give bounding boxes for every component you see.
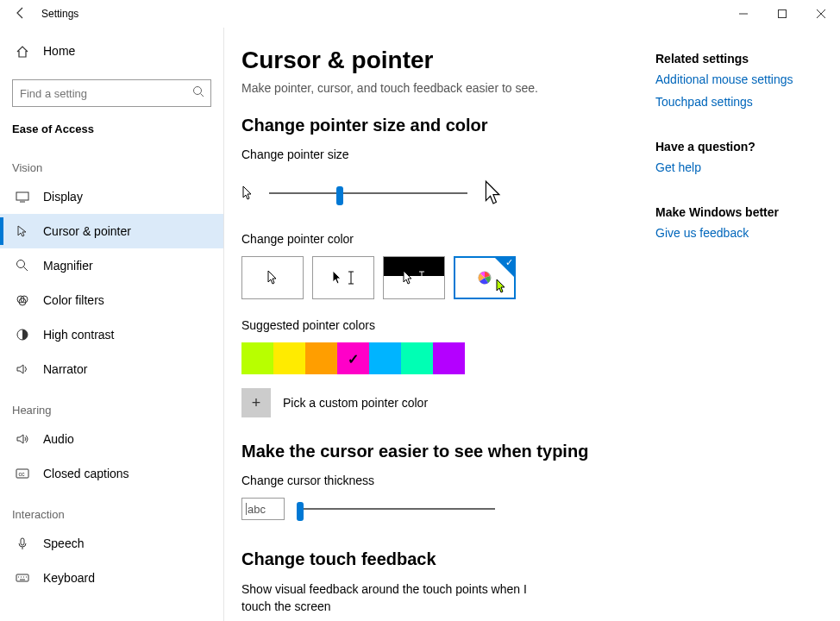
custom-color-label: Pick a custom pointer color	[283, 396, 428, 410]
nav-color-filters[interactable]: Color filters	[0, 283, 223, 317]
cursor-preview: abc	[241, 498, 285, 520]
pointer-preview-large	[483, 179, 504, 208]
section-size-color: Change pointer size and color	[241, 116, 638, 135]
question-title: Have a question?	[655, 140, 840, 154]
label-suggested-colors: Suggested pointer colors	[241, 318, 638, 332]
home-icon	[16, 45, 29, 62]
link-touchpad-settings[interactable]: Touchpad settings	[655, 95, 840, 109]
search-input[interactable]	[12, 79, 211, 107]
nav-narrator[interactable]: Narrator	[0, 352, 223, 386]
svg-rect-16	[21, 538, 24, 545]
category-title: Ease of Access	[0, 114, 223, 144]
minimize-button[interactable]	[724, 0, 762, 28]
nav-label: High contrast	[43, 328, 114, 342]
nav-keyboard[interactable]: Keyboard	[0, 561, 223, 595]
nav-label: Magnifier	[43, 259, 93, 273]
link-feedback[interactable]: Give us feedback	[655, 226, 840, 240]
page-subtitle: Make pointer, cursor, and touch feedback…	[241, 81, 638, 95]
svg-point-8	[17, 260, 25, 268]
main-content: Cursor & pointer Make pointer, cursor, a…	[224, 28, 638, 621]
suggested-swatches	[241, 342, 638, 374]
slider-thumb[interactable]	[297, 502, 304, 521]
title-bar: Settings	[0, 0, 840, 28]
nav-cursor-pointer[interactable]: Cursor & pointer	[0, 214, 223, 248]
home-label: Home	[43, 44, 75, 58]
pointer-color-white[interactable]	[241, 256, 304, 299]
section-cursor: Make the cursor easier to see when typin…	[241, 442, 638, 461]
color-filters-icon	[16, 293, 29, 307]
group-interaction: Interaction	[0, 491, 223, 526]
close-button[interactable]	[801, 0, 840, 28]
nav-label: Closed captions	[43, 467, 129, 480]
page-title: Cursor & pointer	[241, 47, 638, 74]
pointer-color-inverted[interactable]	[383, 256, 445, 299]
nav-label: Narrator	[43, 362, 87, 376]
window-title: Settings	[41, 8, 78, 20]
nav-label: Cursor & pointer	[43, 224, 131, 238]
slider-thumb[interactable]	[336, 186, 343, 205]
audio-icon	[16, 432, 29, 446]
check-icon: ✓	[505, 257, 513, 268]
swatch-lime[interactable]	[241, 342, 273, 374]
nav-speech[interactable]: Speech	[0, 526, 223, 561]
nav-magnifier[interactable]: Magnifier	[0, 248, 223, 283]
nav-label: Display	[43, 190, 83, 204]
side-panel: Related settings Additional mouse settin…	[638, 28, 840, 621]
pointer-size-slider[interactable]	[269, 192, 467, 194]
swatch-orange[interactable]	[305, 342, 337, 374]
nav-label: Keyboard	[43, 571, 95, 585]
touch-feedback-text: Show visual feedback around the touch po…	[241, 581, 535, 615]
nav-label: Color filters	[43, 293, 104, 307]
nav-closed-captions[interactable]: cc Closed captions	[0, 456, 223, 491]
group-hearing: Hearing	[0, 386, 223, 422]
cursor-icon	[16, 224, 29, 238]
swatch-purple[interactable]	[433, 342, 465, 374]
display-icon	[16, 190, 29, 204]
cursor-thickness-slider[interactable]	[297, 508, 495, 510]
nav-audio[interactable]: Audio	[0, 422, 223, 456]
svg-rect-17	[16, 574, 28, 581]
keyboard-icon	[16, 571, 29, 585]
swatch-magenta[interactable]	[337, 342, 369, 374]
maximize-button[interactable]	[762, 0, 801, 28]
nav-high-contrast[interactable]: High contrast	[0, 317, 223, 352]
label-thickness: Change cursor thickness	[241, 474, 638, 487]
custom-color-button[interactable]: +	[241, 388, 271, 417]
related-settings-title: Related settings	[655, 52, 840, 66]
high-contrast-icon	[16, 328, 29, 342]
svg-line-9	[24, 267, 28, 272]
nav-label: Audio	[43, 432, 74, 446]
svg-text:cc: cc	[19, 471, 26, 477]
better-title: Make Windows better	[655, 205, 840, 219]
swatch-skyblue[interactable]	[369, 342, 401, 374]
magnifier-icon	[16, 259, 29, 273]
label-pointer-size: Change pointer size	[241, 147, 638, 161]
pointer-color-custom[interactable]: ✓	[454, 256, 516, 299]
pointer-color-black[interactable]	[312, 256, 374, 299]
label-pointer-color: Change pointer color	[241, 232, 638, 246]
pointer-preview-small	[241, 185, 254, 201]
sidebar: Home Ease of Access Vision Display Curso…	[0, 28, 224, 621]
group-vision: Vision	[0, 144, 223, 179]
svg-rect-1	[778, 10, 786, 18]
svg-rect-6	[16, 192, 28, 200]
closed-captions-icon: cc	[16, 467, 29, 480]
home-nav[interactable]: Home	[0, 34, 223, 72]
link-mouse-settings[interactable]: Additional mouse settings	[655, 72, 840, 86]
link-get-help[interactable]: Get help	[655, 160, 840, 174]
swatch-yellow[interactable]	[273, 342, 305, 374]
narrator-icon	[16, 362, 29, 376]
nav-display[interactable]: Display	[0, 179, 223, 214]
back-button[interactable]	[0, 6, 41, 22]
swatch-turquoise[interactable]	[401, 342, 433, 374]
section-touch: Change touch feedback	[241, 549, 638, 569]
nav-label: Speech	[43, 536, 84, 550]
speech-icon	[16, 536, 29, 550]
